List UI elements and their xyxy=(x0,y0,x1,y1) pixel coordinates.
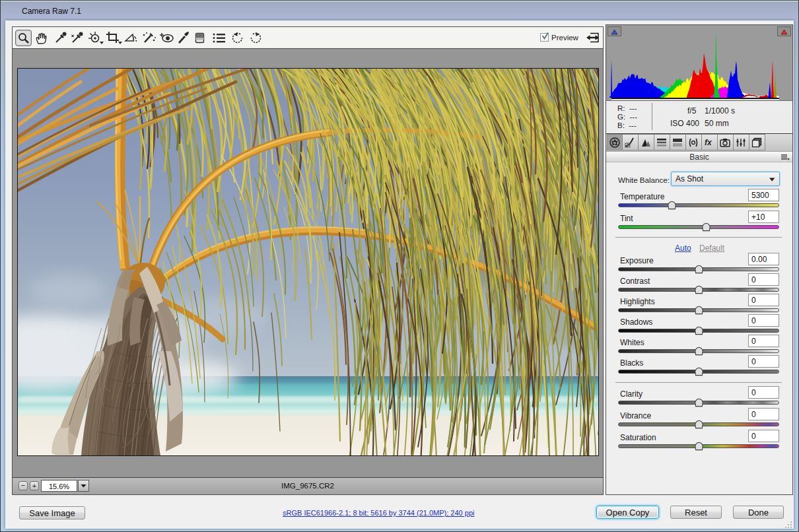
svg-text:fx: fx xyxy=(705,138,712,147)
